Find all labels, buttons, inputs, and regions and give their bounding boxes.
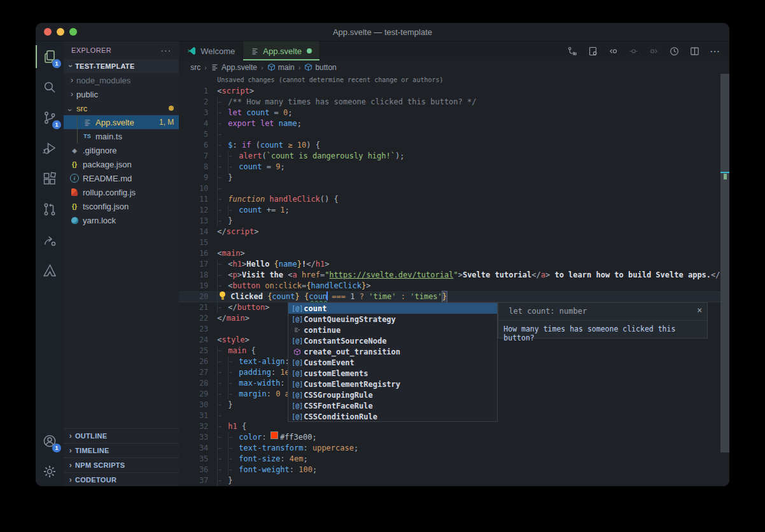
code-line-14[interactable]: 14</script> [179, 227, 729, 237]
file-row-app-svelte[interactable]: App.svelte1, M [64, 115, 179, 129]
suggest-item-ConstantSourceNode[interactable]: [@]ConstantSourceNode [288, 335, 497, 346]
more-actions-icon[interactable]: ⋯ [708, 44, 722, 58]
suggest-item-customElements[interactable]: [@]customElements [288, 368, 497, 379]
symbol-variable-icon: [@] [291, 413, 304, 420]
code-line-35[interactable]: 35→→font-size: 4em; [179, 454, 729, 465]
code-line-10[interactable]: 10→ [179, 183, 729, 194]
code-line-13[interactable]: 13→} [179, 216, 729, 227]
suggest-item-CustomElementRegistry[interactable]: [@]CustomElementRegistry [288, 379, 497, 389]
tab-app-svelte[interactable]: App.svelte [243, 41, 320, 60]
file-row-node-modules[interactable]: ›node_modules [64, 73, 179, 87]
activity-search-icon[interactable] [36, 72, 64, 102]
code-line-4[interactable]: 4→export let name; [179, 118, 729, 129]
code-line-1[interactable]: 1<script> [179, 86, 729, 97]
file-row-main-ts[interactable]: TSmain.ts [64, 129, 179, 143]
activity-live-share-icon[interactable] [36, 225, 64, 255]
chevron-right-icon: › [66, 461, 75, 470]
code-line-16[interactable]: 16<main> [179, 248, 729, 259]
code-line-17[interactable]: 17→<h1>Hello {name}!</h1> [179, 259, 729, 270]
vscode-logo-icon [186, 46, 197, 56]
code-line-19[interactable]: 19→<button on:click={handleClick}> [179, 281, 729, 291]
code-line-3[interactable]: 3→let count = 0; [179, 108, 729, 118]
code-line-5[interactable]: 5→ [179, 129, 729, 140]
activity-settings-icon[interactable] [36, 456, 64, 486]
suggest-item-CustomEvent[interactable]: [@]CustomEvent [288, 357, 497, 368]
file-row--gitignore[interactable]: ◆.gitignore [64, 143, 179, 157]
code-line-7[interactable]: 7→→alert(`count is dangerously high!`); [179, 151, 729, 162]
activity-extensions-icon[interactable] [36, 164, 64, 194]
code-line-8[interactable]: 8→→count = 9; [179, 162, 729, 172]
section-outline[interactable]: ›OUTLINE [64, 428, 179, 443]
activity-azure-icon[interactable] [36, 255, 64, 286]
open-changes-icon[interactable] [586, 44, 600, 58]
suggest-item-create_out_transition[interactable]: create_out_transition [288, 346, 497, 357]
code-line-6[interactable]: 6→$: if (count ≥ 10) { [179, 140, 729, 151]
tab-whitespace: → [217, 270, 228, 281]
section-timeline[interactable]: ›TIMELINE [64, 443, 179, 458]
suggest-item-CountQueuingStrategy[interactable]: [@]CountQueuingStrategy [288, 314, 497, 325]
code-line-12[interactable]: 12→→count += 1; [179, 205, 729, 216]
code-line-9[interactable]: 9→} [179, 172, 729, 183]
tab-whitespace: → [217, 194, 228, 205]
editor-scrollbar[interactable] [720, 74, 729, 486]
code-line-20[interactable]: 20Clicked {count} {coun === 1 ? 'time' :… [179, 291, 729, 302]
title-bar[interactable]: App.svelte — test-template [36, 23, 729, 41]
file-history-icon[interactable] [667, 44, 681, 58]
change-inactive-icon[interactable] [626, 44, 640, 58]
code-line-32[interactable]: 32→h1 { [179, 421, 729, 432]
split-editor-icon[interactable] [687, 44, 701, 58]
code-line-15[interactable]: 15 [179, 237, 729, 248]
suggest-item-continue[interactable]: continue [288, 325, 497, 335]
scrollbar-slider[interactable] [720, 74, 729, 452]
tab-whitespace: → [228, 432, 239, 443]
previous-change-icon[interactable] [606, 44, 620, 58]
code-editor[interactable]: Unsaved changes (cannot determine recent… [179, 74, 729, 486]
file-row-src[interactable]: ›src [64, 101, 179, 115]
activity-pull-requests-icon[interactable] [36, 194, 64, 225]
suggest-item-CSSGroupingRule[interactable]: [@]CSSGroupingRule [288, 389, 497, 400]
code-line-37[interactable]: 37→} [179, 475, 729, 486]
lightbulb-icon[interactable] [217, 291, 230, 301]
file-row-tsconfig-json[interactable]: {}tsconfig.json [64, 199, 179, 213]
line-number: 27 [179, 367, 217, 378]
file-row-package-json[interactable]: {}package.json [64, 157, 179, 171]
next-change-inactive-icon[interactable] [647, 44, 661, 58]
file-row-yarn-lock[interactable]: yarn.lock [64, 213, 179, 227]
breadcrumb-src[interactable]: src [190, 63, 200, 72]
code-line-33[interactable]: 33→→color: #ff3e00; [179, 432, 729, 443]
breadcrumb-file[interactable]: App.svelte [211, 63, 257, 72]
close-icon[interactable]: × [697, 305, 702, 315]
code-line-11[interactable]: 11→function handleClick() { [179, 194, 729, 205]
section-npm-scripts[interactable]: ›NPM SCRIPTS [64, 458, 179, 472]
overview-cursor-marker [720, 172, 729, 173]
tab-welcome[interactable]: Welcome [179, 41, 243, 60]
code-line-36[interactable]: 36→→font-weight: 100; [179, 465, 729, 475]
explorer-more-actions-icon[interactable]: ··· [160, 45, 171, 55]
suggest-item-CSSFontFaceRule[interactable]: [@]CSSFontFaceRule [288, 400, 497, 411]
code-line-18[interactable]: 18→<p>Visit the <a href="https://svelte.… [179, 270, 729, 281]
source-control-graph-icon[interactable] [565, 44, 579, 58]
line-number: 5 [179, 129, 217, 140]
line-number: 29 [179, 389, 217, 400]
code-line-34[interactable]: 34→→text-transform: uppercase; [179, 443, 729, 454]
breadcrumb-button[interactable]: button [304, 63, 336, 72]
section-codetour[interactable]: ›CODETOUR [64, 472, 179, 486]
line-number: 1 [179, 86, 217, 97]
suggest-item-count[interactable]: [@]count [288, 303, 497, 314]
line-number: 14 [179, 227, 217, 237]
chevron-right-icon: › [66, 431, 75, 440]
git-status-badge: 1, M [159, 118, 174, 127]
activity-run-and-debug-icon[interactable] [36, 133, 64, 164]
workspace-root-row[interactable]: › TEST-TEMPLATE [64, 59, 179, 73]
activity-accounts-icon[interactable]: 1 [36, 426, 64, 456]
code-line-2[interactable]: 2→/** How many times has someone clicked… [179, 97, 729, 108]
suggest-item-CSSConditionRule[interactable]: [@]CSSConditionRule [288, 411, 497, 422]
breadcrumb-main[interactable]: main [267, 63, 295, 72]
svelte-file-icon [251, 47, 259, 55]
tab-whitespace: → [228, 151, 239, 162]
file-row-public[interactable]: ›public [64, 87, 179, 101]
activity-source-control-icon[interactable]: 1 [36, 102, 64, 133]
file-row-rollup-config-js[interactable]: rollup.config.js [64, 185, 179, 199]
activity-explorer-icon[interactable]: 1 [36, 41, 64, 72]
file-row-readme-md[interactable]: iREADME.md [64, 171, 179, 185]
